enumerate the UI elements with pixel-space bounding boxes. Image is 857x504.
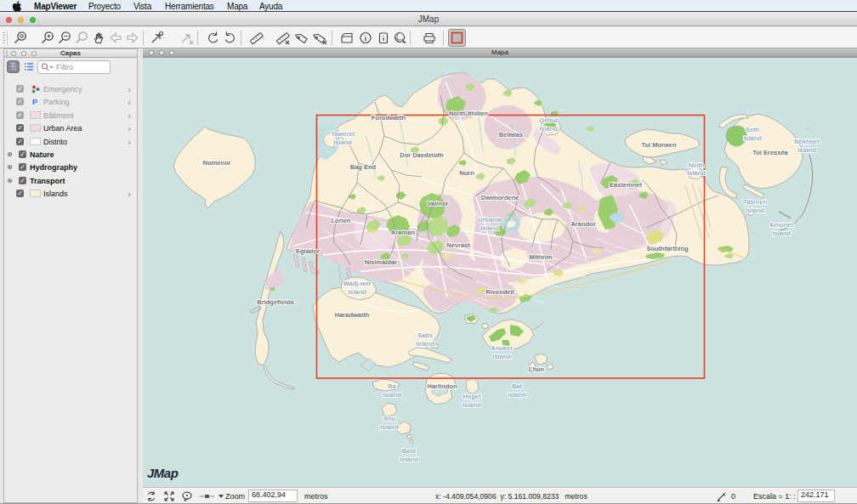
svg-text:Island: Island — [743, 134, 762, 142]
svg-text:Nisimaldar: Nisimaldar — [365, 258, 397, 266]
svg-text:Rivendell: Rivendell — [485, 288, 514, 296]
svg-text:Dor Daedeloth: Dor Daedeloth — [400, 151, 444, 159]
svg-text:Island: Island — [687, 169, 706, 177]
svg-text:Urbania: Urbania — [478, 216, 502, 224]
svg-text:Amunet: Amunet — [769, 221, 793, 229]
svg-text:Qebul: Qebul — [539, 116, 557, 124]
svg-text:Bag End: Bag End — [350, 163, 377, 171]
svg-text:North Ithilien: North Ithilien — [449, 110, 489, 117]
svg-text:Araman: Araman — [391, 229, 415, 236]
svg-text:Nevrast: Nevrast — [446, 241, 470, 249]
svg-text:Island: Island — [348, 288, 366, 296]
svg-text:Seth: Seth — [746, 126, 760, 133]
svg-text:Númenor: Númenor — [203, 159, 231, 167]
svg-text:Bellalas: Bellalas — [499, 131, 523, 139]
svg-text:Anuket: Anuket — [491, 344, 513, 352]
svg-text:Lórien: Lórien — [332, 217, 351, 224]
svg-text:Ra: Ra — [388, 382, 396, 390]
svg-text:Shu: Shu — [383, 415, 396, 422]
svg-text:Island: Island — [539, 125, 558, 133]
svg-text:Arándor: Arándor — [570, 220, 595, 228]
svg-text:Bridgefields: Bridgefields — [257, 298, 293, 306]
svg-text:Island: Island — [772, 229, 791, 237]
svg-text:Island: Island — [380, 423, 399, 431]
svg-text:Island: Island — [383, 391, 401, 399]
svg-text:Tol Morwen: Tol Morwen — [641, 141, 677, 149]
svg-text:Neith: Neith — [689, 161, 705, 169]
svg-text:Wadj-wer: Wadj-wer — [343, 280, 371, 287]
svg-text:Eglador: Eglador — [296, 247, 320, 255]
svg-text:Tol Eressëa: Tol Eressëa — [752, 149, 788, 156]
svg-text:Nekhbet: Nekhbet — [794, 138, 820, 145]
svg-text:Tatenen: Tatenen — [743, 198, 768, 206]
svg-text:Island: Island — [492, 353, 511, 360]
svg-text:Southfarthing: Southfarthing — [646, 245, 689, 252]
svg-text:Bat: Bat — [512, 382, 523, 390]
svg-text:Satis: Satis — [417, 331, 433, 339]
svg-text:Bast: Bast — [402, 447, 417, 455]
svg-text:Mithrim: Mithrim — [529, 253, 552, 261]
svg-text:Island: Island — [746, 207, 764, 214]
svg-text:Island: Island — [463, 401, 481, 409]
svg-text:Island: Island — [333, 139, 352, 146]
svg-text:Island: Island — [480, 224, 499, 232]
svg-text:Forodwaith: Forodwaith — [372, 114, 406, 122]
svg-text:Valinor: Valinor — [427, 200, 448, 207]
svg-text:Taweret: Taweret — [331, 130, 355, 138]
svg-text:Heget: Heget — [463, 393, 481, 400]
svg-text:Island: Island — [400, 456, 418, 463]
svg-text:Island: Island — [508, 391, 526, 399]
svg-text:Dwimordene: Dwimordene — [480, 194, 519, 201]
svg-text:Eastemnet: Eastemnet — [610, 181, 642, 189]
svg-text:Island: Island — [797, 146, 816, 154]
svg-text:Nurn: Nurn — [459, 169, 474, 177]
svg-text:Harlindon: Harlindon — [428, 382, 457, 390]
svg-text:Lhûn: Lhûn — [529, 365, 545, 373]
svg-text:Island: Island — [416, 340, 434, 348]
svg-text:Haradwaith: Haradwaith — [335, 311, 370, 319]
